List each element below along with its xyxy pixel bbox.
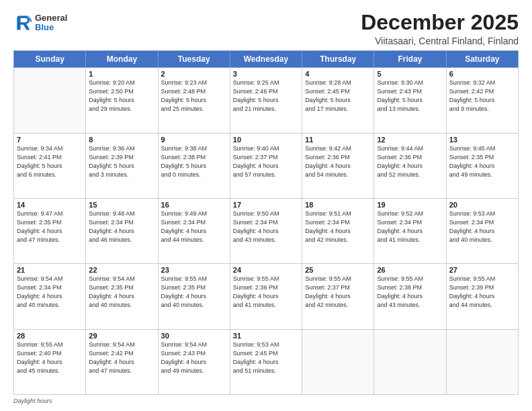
table-row: 9Sunrise: 9:38 AM Sunset: 2:38 PM Daylig… [158, 133, 230, 198]
table-row: 17Sunrise: 9:50 AM Sunset: 2:34 PM Dayli… [230, 198, 302, 263]
calendar-row: 7Sunrise: 9:34 AM Sunset: 2:41 PM Daylig… [14, 133, 519, 198]
day-number: 31 [233, 332, 299, 340]
table-row [446, 329, 518, 394]
table-row: 30Sunrise: 9:54 AM Sunset: 2:43 PM Dayli… [158, 329, 230, 394]
table-row: 7Sunrise: 9:34 AM Sunset: 2:41 PM Daylig… [14, 133, 86, 198]
logo-blue-text: Blue [35, 23, 67, 32]
day-number: 30 [161, 332, 227, 340]
day-number: 18 [305, 201, 371, 209]
table-row: 21Sunrise: 9:54 AM Sunset: 2:34 PM Dayli… [14, 264, 86, 329]
table-row: 20Sunrise: 9:53 AM Sunset: 2:34 PM Dayli… [446, 198, 518, 263]
calendar-row: 21Sunrise: 9:54 AM Sunset: 2:34 PM Dayli… [14, 264, 519, 329]
daylight-label: Daylight hours [13, 398, 52, 404]
day-number: 4 [305, 70, 371, 78]
table-row: 19Sunrise: 9:52 AM Sunset: 2:34 PM Dayli… [374, 198, 446, 263]
table-row: 25Sunrise: 9:55 AM Sunset: 2:37 PM Dayli… [302, 264, 374, 329]
day-info: Sunrise: 9:55 AM Sunset: 2:40 PM Dayligh… [17, 340, 83, 375]
header-tuesday: Tuesday [158, 51, 230, 68]
table-row: 27Sunrise: 9:55 AM Sunset: 2:39 PM Dayli… [446, 264, 518, 329]
day-number: 5 [377, 70, 443, 78]
day-info: Sunrise: 9:52 AM Sunset: 2:34 PM Dayligh… [377, 210, 443, 244]
day-number: 6 [449, 70, 515, 78]
page: General Blue December 2025 Viitasaari, C… [0, 0, 532, 411]
day-number: 20 [449, 201, 515, 209]
table-row: 10Sunrise: 9:40 AM Sunset: 2:37 PM Dayli… [230, 133, 302, 198]
header-sunday: Sunday [14, 51, 86, 68]
day-info: Sunrise: 9:55 AM Sunset: 2:36 PM Dayligh… [233, 275, 299, 310]
month-title: December 2025 [361, 11, 519, 34]
table-row: 15Sunrise: 9:48 AM Sunset: 2:34 PM Dayli… [86, 198, 158, 263]
calendar-table: Sunday Monday Tuesday Wednesday Thursday… [13, 50, 519, 395]
day-info: Sunrise: 9:54 AM Sunset: 2:43 PM Dayligh… [161, 340, 227, 375]
header-monday: Monday [86, 51, 158, 68]
logo-icon [13, 13, 32, 32]
day-number: 21 [17, 266, 83, 274]
table-row: 16Sunrise: 9:49 AM Sunset: 2:34 PM Dayli… [158, 198, 230, 263]
table-row: 24Sunrise: 9:55 AM Sunset: 2:36 PM Dayli… [230, 264, 302, 329]
logo: General Blue [13, 13, 67, 33]
day-info: Sunrise: 9:28 AM Sunset: 2:45 PM Dayligh… [305, 79, 371, 113]
table-row: 11Sunrise: 9:42 AM Sunset: 2:36 PM Dayli… [302, 133, 374, 198]
day-number: 28 [17, 332, 83, 340]
day-info: Sunrise: 9:25 AM Sunset: 2:46 PM Dayligh… [233, 79, 299, 113]
day-info: Sunrise: 9:20 AM Sunset: 2:50 PM Dayligh… [89, 79, 154, 113]
day-number: 2 [161, 70, 227, 78]
day-number: 22 [89, 266, 154, 274]
day-info: Sunrise: 9:47 AM Sunset: 2:35 PM Dayligh… [17, 210, 83, 244]
day-number: 27 [449, 266, 515, 274]
day-info: Sunrise: 9:42 AM Sunset: 2:36 PM Dayligh… [305, 144, 371, 179]
day-info: Sunrise: 9:49 AM Sunset: 2:34 PM Dayligh… [161, 210, 227, 244]
day-number: 7 [17, 136, 83, 144]
day-number: 29 [89, 332, 154, 340]
day-info: Sunrise: 9:38 AM Sunset: 2:38 PM Dayligh… [161, 144, 227, 179]
day-info: Sunrise: 9:55 AM Sunset: 2:35 PM Dayligh… [161, 275, 227, 310]
table-row [302, 329, 374, 394]
day-number: 23 [161, 266, 227, 274]
day-info: Sunrise: 9:40 AM Sunset: 2:37 PM Dayligh… [233, 144, 299, 179]
table-row: 23Sunrise: 9:55 AM Sunset: 2:35 PM Dayli… [158, 264, 230, 329]
day-info: Sunrise: 9:53 AM Sunset: 2:45 PM Dayligh… [233, 340, 299, 375]
day-info: Sunrise: 9:54 AM Sunset: 2:34 PM Dayligh… [17, 275, 83, 310]
table-row: 13Sunrise: 9:45 AM Sunset: 2:35 PM Dayli… [446, 133, 518, 198]
weekday-header-row: Sunday Monday Tuesday Wednesday Thursday… [14, 51, 519, 68]
day-info: Sunrise: 9:51 AM Sunset: 2:34 PM Dayligh… [305, 210, 371, 244]
day-info: Sunrise: 9:48 AM Sunset: 2:34 PM Dayligh… [89, 210, 154, 244]
day-info: Sunrise: 9:55 AM Sunset: 2:38 PM Dayligh… [377, 275, 443, 310]
day-info: Sunrise: 9:55 AM Sunset: 2:39 PM Dayligh… [449, 275, 515, 310]
day-info: Sunrise: 9:32 AM Sunset: 2:42 PM Dayligh… [449, 79, 515, 113]
day-info: Sunrise: 9:54 AM Sunset: 2:35 PM Dayligh… [89, 275, 154, 310]
day-number: 10 [233, 136, 299, 144]
table-row: 26Sunrise: 9:55 AM Sunset: 2:38 PM Dayli… [374, 264, 446, 329]
day-info: Sunrise: 9:50 AM Sunset: 2:34 PM Dayligh… [233, 210, 299, 244]
header: General Blue December 2025 Viitasaari, C… [13, 11, 519, 46]
logo-text: General Blue [35, 13, 67, 33]
table-row: 29Sunrise: 9:54 AM Sunset: 2:42 PM Dayli… [86, 329, 158, 394]
table-row: 12Sunrise: 9:44 AM Sunset: 2:36 PM Dayli… [374, 133, 446, 198]
day-number: 9 [161, 136, 227, 144]
day-number: 19 [377, 201, 443, 209]
day-number: 15 [89, 201, 154, 209]
day-info: Sunrise: 9:23 AM Sunset: 2:48 PM Dayligh… [161, 79, 227, 113]
day-number: 11 [305, 136, 371, 144]
table-row: 8Sunrise: 9:36 AM Sunset: 2:39 PM Daylig… [86, 133, 158, 198]
table-row: 28Sunrise: 9:55 AM Sunset: 2:40 PM Dayli… [14, 329, 86, 394]
header-thursday: Thursday [302, 51, 374, 68]
table-row: 14Sunrise: 9:47 AM Sunset: 2:35 PM Dayli… [14, 198, 86, 263]
day-info: Sunrise: 9:30 AM Sunset: 2:43 PM Dayligh… [377, 79, 443, 113]
table-row: 6Sunrise: 9:32 AM Sunset: 2:42 PM Daylig… [446, 68, 518, 133]
table-row: 4Sunrise: 9:28 AM Sunset: 2:45 PM Daylig… [302, 68, 374, 133]
day-info: Sunrise: 9:36 AM Sunset: 2:39 PM Dayligh… [89, 144, 154, 179]
title-block: December 2025 Viitasaari, Central Finlan… [361, 11, 519, 46]
day-number: 14 [17, 201, 83, 209]
day-number: 17 [233, 201, 299, 209]
table-row: 22Sunrise: 9:54 AM Sunset: 2:35 PM Dayli… [86, 264, 158, 329]
header-wednesday: Wednesday [230, 51, 302, 68]
day-info: Sunrise: 9:34 AM Sunset: 2:41 PM Dayligh… [17, 144, 83, 179]
day-info: Sunrise: 9:55 AM Sunset: 2:37 PM Dayligh… [305, 275, 371, 310]
day-info: Sunrise: 9:54 AM Sunset: 2:42 PM Dayligh… [89, 340, 154, 375]
day-number: 12 [377, 136, 443, 144]
location: Viitasaari, Central Finland, Finland [361, 36, 519, 46]
calendar-row: 28Sunrise: 9:55 AM Sunset: 2:40 PM Dayli… [14, 329, 519, 394]
table-row [374, 329, 446, 394]
logo-general-text: General [35, 13, 67, 23]
